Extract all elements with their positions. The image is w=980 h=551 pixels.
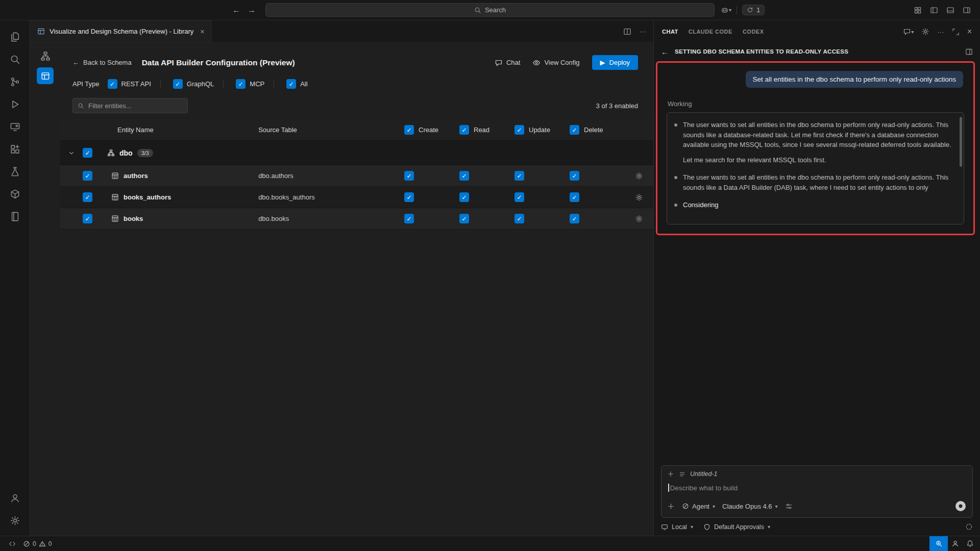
tab-codex[interactable]: CODEX <box>743 27 764 37</box>
chat-tab-bar: CHAT CLAUDE CODE CODEX ▾ ··· × <box>654 20 980 43</box>
view-config-button[interactable]: View Config <box>532 59 579 67</box>
read-checkbox[interactable]: ✓ <box>459 192 469 202</box>
read-checkbox[interactable]: ✓ <box>459 214 469 223</box>
schema-group-row[interactable]: ✓ dbo 3/3 <box>60 141 653 165</box>
create-checkbox[interactable]: ✓ <box>404 171 414 181</box>
close-tab-icon[interactable]: × <box>200 28 204 36</box>
back-to-schema-link[interactable]: ← Back to Schema <box>72 59 132 66</box>
row-checkbox[interactable]: ✓ <box>83 214 92 223</box>
table-row-authors[interactable]: ✓ authors dbo.authors ✓ ✓ ✓ ✓ <box>60 165 653 187</box>
dbo-group-checkbox[interactable]: ✓ <box>83 148 92 158</box>
filter-entities-input[interactable] <box>88 102 183 110</box>
database-project-icon[interactable] <box>3 183 27 205</box>
expand-icon[interactable] <box>952 28 960 36</box>
notebook-icon[interactable] <box>3 205 27 228</box>
close-panel-icon[interactable]: × <box>967 27 972 36</box>
all-checkbox-item[interactable]: ✓ All <box>286 79 307 89</box>
send-stop-button[interactable] <box>954 500 967 512</box>
add-context-icon[interactable] <box>667 470 674 478</box>
update-checkbox[interactable]: ✓ <box>514 192 524 202</box>
row-checkbox[interactable]: ✓ <box>83 171 92 181</box>
zoom-button[interactable] <box>929 536 948 551</box>
read-checkbox[interactable]: ✓ <box>459 171 469 181</box>
delete-checkbox[interactable]: ✓ <box>570 171 579 181</box>
chat-prompt-input[interactable]: Describe what to build <box>668 484 966 492</box>
extensions-icon[interactable] <box>3 138 27 160</box>
source-control-icon[interactable] <box>3 70 27 93</box>
create-checkbox[interactable]: ✓ <box>404 192 414 202</box>
chat-settings-gear-icon[interactable] <box>921 28 929 36</box>
row-checkbox[interactable]: ✓ <box>83 192 92 202</box>
schema-graph-icon[interactable] <box>40 51 51 61</box>
delete-checkbox[interactable]: ✓ <box>570 192 579 202</box>
copilot-button[interactable]: ▾ <box>721 6 731 14</box>
back-arrow-icon[interactable]: ← <box>661 47 669 56</box>
agent-mode-picker[interactable]: Agent ▾ <box>682 503 715 510</box>
rest-api-checkbox[interactable]: ✓ <box>108 79 117 89</box>
nav-forward-button[interactable]: → <box>248 6 256 15</box>
pending-circle-icon[interactable] <box>965 523 973 531</box>
tools-sliders-icon[interactable] <box>785 503 793 510</box>
row-settings-gear-icon[interactable] <box>635 193 643 202</box>
problems-indicator[interactable]: 0 0 <box>19 536 55 551</box>
filter-entities-field[interactable] <box>72 98 188 113</box>
scrollbar-thumb[interactable] <box>960 117 962 167</box>
split-editor-icon[interactable] <box>623 28 631 36</box>
more-actions-icon[interactable]: ··· <box>640 28 646 35</box>
editor-tab[interactable]: Visualize and Design Schema (Preview) - … <box>30 20 212 42</box>
update-checkbox[interactable]: ✓ <box>514 214 524 223</box>
approvals-picker[interactable]: Default Approvals ▾ <box>703 523 770 531</box>
open-chat-editor-icon[interactable] <box>965 48 973 56</box>
update-checkbox[interactable]: ✓ <box>514 171 524 181</box>
model-picker[interactable]: Claude Opus 4.6 ▾ <box>722 503 778 510</box>
row-settings-gear-icon[interactable] <box>635 215 643 223</box>
rest-api-checkbox-item[interactable]: ✓ REST API <box>108 79 151 89</box>
create-all-checkbox[interactable]: ✓ <box>404 125 414 135</box>
deploy-button[interactable]: ▶ Deploy <box>592 55 638 70</box>
run-debug-icon[interactable] <box>3 93 27 115</box>
graphql-checkbox-item[interactable]: ✓ GraphQL <box>173 79 214 89</box>
search-placeholder: Search <box>485 6 506 14</box>
search-bar[interactable]: Search <box>265 3 715 17</box>
attach-icon[interactable] <box>667 503 675 510</box>
layout-sidebar-left-icon[interactable] <box>930 6 938 14</box>
environment-picker[interactable]: Local ▾ <box>661 523 693 531</box>
schema-designer-tab-icon <box>37 28 45 35</box>
tab-claude-code[interactable]: CLAUDE CODE <box>689 27 732 37</box>
notifications-bell-icon[interactable] <box>963 536 980 551</box>
settings-gear-icon[interactable] <box>3 509 27 532</box>
accounts-status-icon[interactable] <box>948 536 963 551</box>
table-row-books[interactable]: ✓ books dbo.books ✓ ✓ ✓ ✓ <box>60 208 653 230</box>
chevron-down-icon[interactable] <box>68 149 75 157</box>
layout-sidebar-right-icon[interactable] <box>963 6 971 14</box>
testing-icon[interactable] <box>3 160 27 183</box>
layout-panel-bottom-icon[interactable] <box>946 6 954 14</box>
all-checkbox[interactable]: ✓ <box>286 79 296 89</box>
search-view-icon[interactable] <box>3 48 27 70</box>
tab-chat[interactable]: CHAT <box>662 27 678 37</box>
remote-explorer-icon[interactable] <box>3 115 27 138</box>
delete-checkbox[interactable]: ✓ <box>570 214 579 223</box>
nav-back-button[interactable]: ← <box>232 6 240 15</box>
graphql-checkbox[interactable]: ✓ <box>173 79 183 89</box>
mcp-checkbox-item[interactable]: ✓ MCP <box>236 79 264 89</box>
update-all-checkbox[interactable]: ✓ <box>514 125 524 135</box>
layout-grid-icon[interactable] <box>914 6 922 14</box>
remote-indicator[interactable] <box>5 536 19 551</box>
attached-file-chip[interactable]: Untitled-1 <box>690 470 718 478</box>
explorer-icon[interactable] <box>3 26 27 48</box>
chat-button[interactable]: Chat <box>495 59 520 67</box>
table-row-books-authors[interactable]: ✓ books_authors dbo.books_authors ✓ ✓ ✓ … <box>60 187 653 208</box>
chat-more-icon[interactable]: ··· <box>937 28 944 36</box>
account-icon[interactable] <box>3 487 27 509</box>
row-settings-gear-icon[interactable] <box>635 172 643 180</box>
api-config-icon[interactable] <box>37 67 54 84</box>
mcp-checkbox[interactable]: ✓ <box>236 79 246 89</box>
sync-badge[interactable]: 1 <box>742 5 765 15</box>
chat-mode-icon[interactable]: ▾ <box>903 28 914 36</box>
read-all-checkbox[interactable]: ✓ <box>459 125 469 135</box>
chat-input-box[interactable]: Untitled-1 Describe what to build Agent … <box>661 465 973 518</box>
create-checkbox[interactable]: ✓ <box>404 214 414 223</box>
thinking-box[interactable]: The user wants to set all entities in th… <box>667 112 964 224</box>
delete-all-checkbox[interactable]: ✓ <box>570 125 579 135</box>
